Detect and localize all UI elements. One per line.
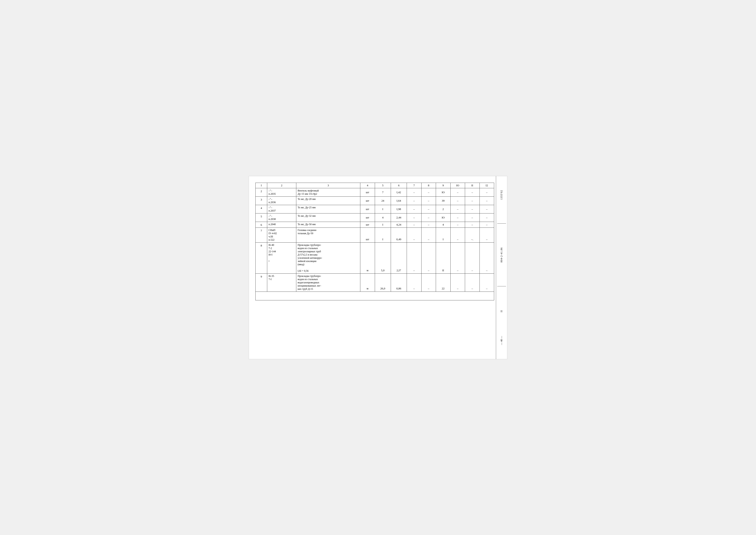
col-header-7: 7 xyxy=(407,183,421,188)
row-unit: м xyxy=(360,273,375,292)
row-id: 2 xyxy=(256,188,267,196)
row-ref: –"– п.2037 xyxy=(267,205,296,213)
header-row: I 2 3 4 5 6 7 8 9 IO II I2 xyxy=(256,183,494,188)
row-val5: – xyxy=(450,222,465,228)
row-val4: IO xyxy=(436,188,451,196)
row-val2: – xyxy=(407,196,421,205)
row-val1: 2,I7 xyxy=(391,242,407,273)
row-ref: п.2040 xyxy=(267,222,296,228)
row-desc: То же, Ду-32 мм xyxy=(296,213,360,222)
row-desc: То же, Ду-20 мм xyxy=(296,196,360,205)
row-unit: шт xyxy=(360,213,375,222)
col-header-2: 2 xyxy=(267,183,296,188)
row-val6: – xyxy=(465,213,480,222)
table-row: 4 –"– п.2037 То же, Ду-25 мм шт I I,98 –… xyxy=(256,205,494,213)
row-unit: шт xyxy=(360,228,375,242)
row-unit: шт xyxy=(360,222,375,228)
row-val3: – xyxy=(421,228,436,242)
side-panel: 1355'02 804-2-41.86 II — 40 — xyxy=(496,176,507,359)
row-val5: – xyxy=(450,273,465,292)
main-table: I 2 3 4 5 6 7 8 9 IO II I2 2 –"– п.2035 … xyxy=(256,183,494,300)
row-val7: – xyxy=(479,205,494,213)
row-val2: – xyxy=(407,273,421,292)
row-unit: шт xyxy=(360,196,375,205)
row-qty: 26,0 xyxy=(375,273,391,292)
row-val4: 2 xyxy=(436,205,451,213)
col-header-4: 4 xyxy=(360,183,375,188)
table-row-empty xyxy=(256,292,494,300)
row-desc: Вентиль муфтовый Ду-15 мм 15ч 8р2 xyxy=(296,188,360,196)
table-row: 2 –"– п.2035 Вентиль муфтовый Ду-15 мм 1… xyxy=(256,188,494,196)
col-header-1: I xyxy=(256,183,267,188)
row-val2: – xyxy=(407,213,421,222)
row-val3: – xyxy=(421,205,436,213)
row-val4: 22 xyxy=(436,273,451,292)
row-val1: 4,24 xyxy=(391,222,407,228)
row-val7: – xyxy=(479,242,494,273)
row-val6: – xyxy=(465,196,480,205)
table-row: 6 п.2040 То же, Ду-50 мм шт I 4,24 – – 4… xyxy=(256,222,494,228)
row-val4: 39 xyxy=(436,196,451,205)
col-header-3: 3 xyxy=(296,183,360,188)
row-ref: I6-40 7-2 22-144 I0-I • xyxy=(267,242,296,273)
col-header-6: 6 xyxy=(391,183,407,188)
row-id: 8 xyxy=(256,242,267,273)
row-unit: шт xyxy=(360,205,375,213)
row-val7: – xyxy=(479,188,494,196)
col-header-5: 5 xyxy=(375,183,391,188)
table-row: 8 I6-40 7-2 22-144 I0-I • Прокладка труб… xyxy=(256,242,494,273)
row-val3: – xyxy=(421,188,436,196)
row-id: 5 xyxy=(256,213,267,222)
table-row: 3 –"– п.2036 То же, Ду-20 мм шт 24 I,64 … xyxy=(256,196,494,205)
side-label-page-range: — 40 — xyxy=(500,336,503,345)
row-val2: – xyxy=(407,222,421,228)
row-ref: –"– п.2035 xyxy=(267,188,296,196)
row-val6: – xyxy=(465,242,480,273)
row-qty: 7 xyxy=(375,188,391,196)
row-unit: м xyxy=(360,242,375,273)
table-row: 9 I6-35 7-I Прокладка трубопро- водов из… xyxy=(256,273,494,292)
row-ref: –"– п.2038 xyxy=(267,213,296,222)
row-val7: – xyxy=(479,222,494,228)
row-val3: – xyxy=(421,213,436,222)
row-qty: 5,0 xyxy=(375,242,391,273)
side-label-doc-ref: 804-2-41.86 xyxy=(500,247,503,263)
row-val1: I,64 xyxy=(391,196,407,205)
row-id: 9 xyxy=(256,273,267,292)
row-val1: 2,44 xyxy=(391,213,407,222)
row-val5: – xyxy=(450,188,465,196)
row-val6: –. xyxy=(465,228,480,242)
row-val1: I,42 xyxy=(391,188,407,196)
row-id: 3 xyxy=(256,196,267,205)
row-desc: Прокладка трубопро- водов из стальных эл… xyxy=(296,242,360,273)
row-ref: I6-35 7-I xyxy=(267,273,296,292)
row-val1: 0,86 xyxy=(391,273,407,292)
row-ref: –"– п.2036 xyxy=(267,196,296,205)
col-header-10: IO xyxy=(450,183,465,188)
row-val1: 0,49 xyxy=(391,228,407,242)
row-val6: – xyxy=(465,188,480,196)
row-val5: – xyxy=(450,205,465,213)
row-ref: СНиП IУ-4-82 ч.III п.522 xyxy=(267,228,296,242)
row-val7: – xyxy=(479,273,494,292)
col-header-9: 9 xyxy=(436,183,451,188)
row-val1: I,98 xyxy=(391,205,407,213)
row-val6: – xyxy=(465,205,480,213)
row-qty: I xyxy=(375,222,391,228)
row-val7: – xyxy=(479,196,494,205)
row-qty: I xyxy=(375,228,391,242)
row-val2: – xyxy=(407,228,421,242)
row-qty: 4 xyxy=(375,213,391,222)
col-header-12: I2 xyxy=(479,183,494,188)
row-val3: – xyxy=(421,222,436,228)
col-header-11: II xyxy=(465,183,480,188)
table-row: 7 СНиП IУ-4-82 ч.III п.522 Головка соеди… xyxy=(256,228,494,242)
row-val7: – xyxy=(479,213,494,222)
row-val6: – xyxy=(465,273,480,292)
row-id: 6 xyxy=(256,222,267,228)
page-container: I 2 3 4 5 6 7 8 9 IO II I2 2 –"– п.2035 … xyxy=(249,176,507,359)
row-id: 7 xyxy=(256,228,267,242)
row-desc: Головка соедини- тельная Ду-50 xyxy=(296,228,360,242)
row-val4: IO xyxy=(436,213,451,222)
row-desc: Прокладка трубопро- водов из стальных во… xyxy=(296,273,360,292)
